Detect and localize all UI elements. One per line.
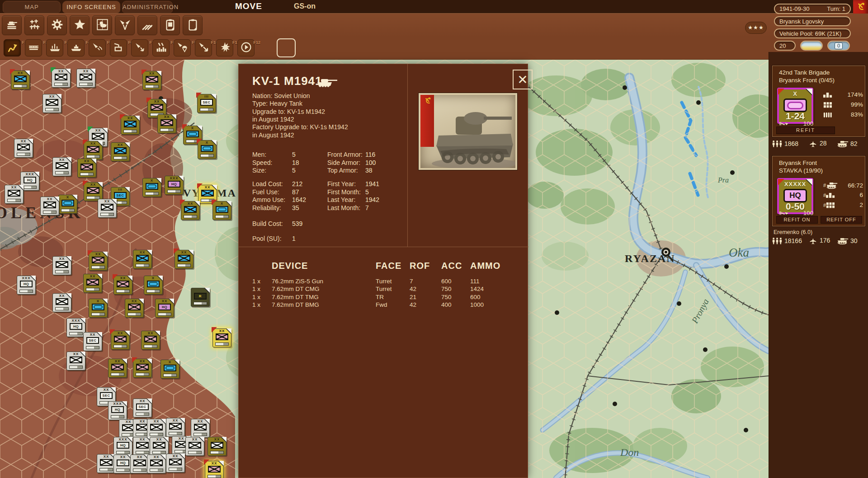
report-empty-button[interactable]: [183, 15, 203, 35]
gear-button[interactable]: [47, 15, 67, 35]
unit-counter[interactable]: XX: [191, 419, 210, 438]
unit-counter[interactable]: XX: [5, 185, 24, 204]
unit-counter[interactable]: X: [160, 360, 179, 379]
unit-counter[interactable]: XX: [52, 157, 71, 176]
unit-counter[interactable]: XXXHQ: [66, 318, 85, 337]
unit-counter[interactable]: XX: [11, 70, 30, 89]
minimap-button[interactable]: [800, 41, 823, 51]
unit-symbol: SEC: [100, 392, 113, 399]
unit-counter[interactable]: XX: [133, 359, 152, 378]
unit-counter[interactable]: X: [58, 195, 77, 214]
unit-counter[interactable]: XX: [89, 252, 108, 271]
close-icon[interactable]: ✕: [513, 70, 533, 89]
unit-counter[interactable]: X: [142, 178, 161, 197]
function-button-f1[interactable]: F1: [4, 39, 21, 56]
tab-info-screens[interactable]: INFO SCREENS: [62, 1, 120, 13]
function-button-f8[interactable]: F8: [152, 39, 170, 56]
unit-counter[interactable]: XX: [111, 331, 130, 350]
unit-counter[interactable]: XX: [133, 437, 152, 456]
function-button-f4[interactable]: F4: [67, 39, 85, 56]
unit-counter[interactable]: X: [144, 276, 163, 295]
unit-counter[interactable]: XX: [208, 437, 226, 456]
unit-counter[interactable]: XX: [84, 141, 103, 160]
gs-toggle-label[interactable]: GS-on: [294, 2, 316, 10]
unit-counter[interactable]: XXSEC: [83, 332, 102, 351]
unit-counter[interactable]: XX: [141, 331, 160, 350]
unit-counter[interactable]: XX: [42, 94, 61, 113]
unit-counter[interactable]: XX: [166, 418, 185, 437]
unit-counter[interactable]: X: [198, 140, 217, 159]
selected-unit-counter[interactable]: X1-24: [777, 88, 813, 124]
counter-pill[interactable]: 20: [774, 41, 796, 51]
unit-counter[interactable]: XX: [166, 454, 185, 473]
unit-counter[interactable]: XX: [205, 461, 224, 478]
unit-counter[interactable]: XXHQ: [155, 299, 174, 318]
unit-counter[interactable]: XXSEC: [133, 398, 152, 417]
unit-counter[interactable]: XXXHQ: [108, 401, 127, 420]
unit-counter[interactable]: XX: [76, 69, 95, 88]
function-button-f12[interactable]: F12: [237, 39, 255, 56]
unit-counter[interactable]: XX: [52, 69, 71, 88]
unit-counter[interactable]: XXHQ: [113, 455, 132, 473]
unit-counter[interactable]: XXXHQ: [17, 276, 36, 295]
three-stars-button[interactable]: ★★★: [745, 22, 767, 34]
function-button-f2[interactable]: F2: [25, 39, 42, 56]
tab-map-information[interactable]: MAP INFORMATION: [3, 1, 61, 13]
unit-counter[interactable]: XX: [147, 419, 166, 438]
air-combat-button[interactable]: [115, 15, 135, 35]
refit-off-button[interactable]: REFIT OFF: [821, 216, 862, 224]
unit-counter[interactable]: XX: [66, 351, 85, 370]
unit-counter[interactable]: XX: [113, 276, 132, 295]
unit-counter[interactable]: XX: [97, 454, 116, 473]
unit-counter[interactable]: XX: [150, 437, 169, 456]
unit-counter[interactable]: XX: [185, 437, 204, 456]
unit-counter[interactable]: XX: [52, 293, 71, 312]
unit-counter[interactable]: R: [191, 288, 210, 307]
unit-counter[interactable]: XX: [83, 274, 102, 293]
function-button-f9[interactable]: F9: [174, 39, 191, 56]
unit-counter[interactable]: XX: [77, 159, 96, 178]
report-full-button[interactable]: [160, 15, 180, 35]
star-button[interactable]: [70, 15, 90, 35]
refit-on-button[interactable]: REFIT ON: [776, 216, 818, 224]
unit-counter[interactable]: X: [89, 299, 108, 318]
unit-counter[interactable]: XX: [52, 256, 71, 275]
strength-bar: [184, 215, 197, 218]
unit-counter[interactable]: X: [212, 201, 231, 220]
unit-counter[interactable]: XX: [14, 139, 33, 158]
tank-list-button[interactable]: [2, 15, 22, 35]
unit-counter[interactable]: XX: [175, 250, 193, 269]
arrows-button[interactable]: [137, 15, 157, 35]
unit-counter[interactable]: XX: [108, 359, 127, 378]
function-button-f6[interactable]: F6: [110, 39, 127, 56]
unit-counter[interactable]: XX: [181, 201, 200, 220]
unit-counter[interactable]: XX: [40, 197, 59, 216]
unit-counter[interactable]: XX: [121, 116, 140, 135]
unit-counter[interactable]: IIISEC: [197, 94, 216, 113]
reinforcements-button[interactable]: [24, 15, 44, 35]
up-arrow-button[interactable]: [277, 38, 296, 57]
refit-button[interactable]: REFIT: [776, 127, 835, 134]
unit-counter[interactable]: XX: [84, 182, 103, 201]
tab-administration[interactable]: ADMINISTRATION: [122, 1, 173, 13]
selected-unit-counter[interactable]: XXXXXHQ0-50: [777, 178, 813, 214]
unit-counter[interactable]: XX: [125, 299, 144, 318]
function-button-f3[interactable]: F3: [46, 39, 63, 56]
function-button-f10[interactable]: F10: [195, 39, 212, 56]
unit-counter[interactable]: XX: [142, 71, 161, 90]
unit-counter[interactable]: XX: [130, 455, 149, 473]
unit-counter[interactable]: XX: [147, 455, 166, 473]
function-button-f5[interactable]: F5: [89, 39, 106, 56]
unit-counter[interactable]: XX: [133, 250, 152, 269]
zero-indicator-button[interactable]: 0: [827, 41, 850, 51]
function-button-f11[interactable]: F11: [216, 39, 233, 56]
unit-counter[interactable]: XX: [98, 199, 117, 218]
unit-counter[interactable]: XXXHQ: [165, 176, 184, 195]
unit-counter[interactable]: XXXHQ: [113, 437, 132, 456]
unit-counter[interactable]: XX: [157, 114, 176, 133]
function-button-f7[interactable]: F7: [131, 39, 148, 56]
unit-size-label: XX: [11, 71, 29, 75]
unit-counter[interactable]: XX: [212, 328, 231, 347]
unit-counter[interactable]: XX: [111, 142, 130, 161]
weather-button[interactable]: [92, 15, 112, 35]
